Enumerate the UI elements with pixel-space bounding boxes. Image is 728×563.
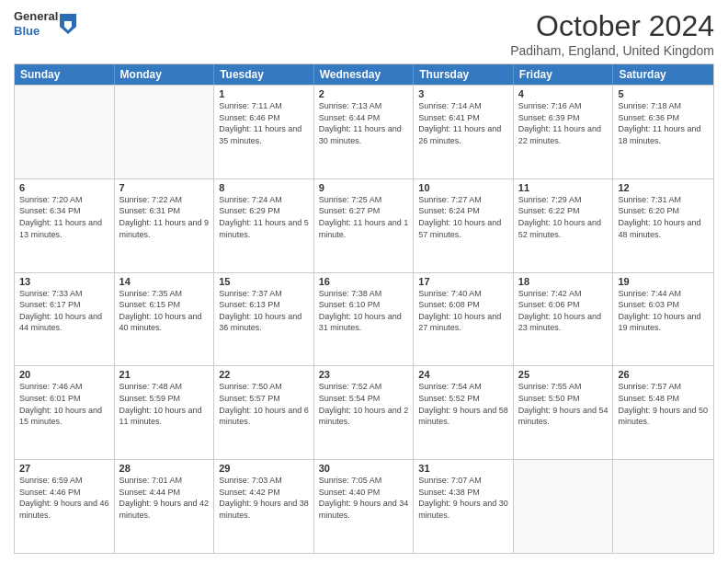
day-cell-23: 23Sunrise: 7:52 AMSunset: 5:54 PMDayligh… (314, 366, 415, 459)
day-cell-11: 11Sunrise: 7:29 AMSunset: 6:22 PMDayligh… (514, 179, 614, 272)
day-number: 29 (219, 463, 309, 474)
day-number: 31 (418, 463, 508, 474)
day-info: Sunrise: 7:55 AMSunset: 5:50 PMDaylight:… (518, 381, 609, 427)
day-number: 6 (19, 182, 109, 193)
day-number: 2 (319, 88, 409, 99)
week-row-1: 1Sunrise: 7:11 AMSunset: 6:46 PMDaylight… (15, 85, 713, 178)
day-info: Sunrise: 7:35 AMSunset: 6:15 PMDaylight:… (119, 288, 210, 334)
logo: General Blue (14, 9, 76, 38)
day-info: Sunrise: 7:54 AMSunset: 5:52 PMDaylight:… (418, 381, 508, 427)
day-number: 15 (219, 276, 309, 287)
day-info: Sunrise: 7:38 AMSunset: 6:10 PMDaylight:… (319, 288, 409, 334)
day-info: Sunrise: 7:44 AMSunset: 6:03 PMDaylight:… (618, 288, 709, 334)
day-number: 3 (418, 88, 508, 99)
day-info: Sunrise: 7:14 AMSunset: 6:41 PMDaylight:… (418, 100, 508, 146)
day-number: 1 (219, 88, 309, 99)
day-cell-16: 16Sunrise: 7:38 AMSunset: 6:10 PMDayligh… (314, 273, 415, 366)
day-info: Sunrise: 7:46 AMSunset: 6:01 PMDaylight:… (19, 381, 109, 427)
header: General Blue October 2024 Padiham, Engla… (14, 9, 714, 58)
day-number: 22 (219, 369, 309, 380)
day-header-wednesday: Wednesday (314, 64, 415, 85)
day-info: Sunrise: 7:40 AMSunset: 6:08 PMDaylight:… (418, 288, 508, 334)
day-number: 8 (219, 182, 309, 193)
day-number: 17 (418, 276, 508, 287)
day-cell-21: 21Sunrise: 7:48 AMSunset: 5:59 PMDayligh… (115, 366, 215, 459)
day-number: 21 (119, 369, 210, 380)
day-cell-30: 30Sunrise: 7:05 AMSunset: 4:40 PMDayligh… (314, 460, 415, 553)
week-row-2: 6Sunrise: 7:20 AMSunset: 6:34 PMDaylight… (15, 178, 713, 272)
day-number: 18 (518, 276, 609, 287)
day-header-sunday: Sunday (15, 64, 115, 85)
day-info: Sunrise: 6:59 AMSunset: 4:46 PMDaylight:… (19, 475, 109, 521)
day-info: Sunrise: 7:01 AMSunset: 4:44 PMDaylight:… (119, 475, 210, 521)
day-number: 20 (19, 369, 109, 380)
day-info: Sunrise: 7:22 AMSunset: 6:31 PMDaylight:… (119, 194, 210, 240)
day-cell-28: 28Sunrise: 7:01 AMSunset: 4:44 PMDayligh… (115, 460, 215, 553)
day-number: 13 (19, 276, 109, 287)
day-info: Sunrise: 7:33 AMSunset: 6:17 PMDaylight:… (19, 288, 109, 334)
day-number: 16 (319, 276, 409, 287)
day-cell-5: 5Sunrise: 7:18 AMSunset: 6:36 PMDaylight… (613, 86, 713, 178)
day-cell-19: 19Sunrise: 7:44 AMSunset: 6:03 PMDayligh… (613, 273, 713, 366)
day-cell-29: 29Sunrise: 7:03 AMSunset: 4:42 PMDayligh… (214, 460, 314, 553)
day-cell-24: 24Sunrise: 7:54 AMSunset: 5:52 PMDayligh… (414, 366, 514, 459)
day-number: 27 (19, 463, 109, 474)
day-number: 23 (319, 369, 409, 380)
logo-icon (60, 14, 76, 34)
day-number: 11 (518, 182, 609, 193)
day-number: 28 (119, 463, 210, 474)
day-info: Sunrise: 7:50 AMSunset: 5:57 PMDaylight:… (219, 381, 309, 427)
day-info: Sunrise: 7:11 AMSunset: 6:46 PMDaylight:… (219, 100, 309, 146)
day-cell-22: 22Sunrise: 7:50 AMSunset: 5:57 PMDayligh… (214, 366, 314, 459)
title-area: October 2024 Padiham, England, United Ki… (510, 9, 714, 58)
day-cell-20: 20Sunrise: 7:46 AMSunset: 6:01 PMDayligh… (15, 366, 115, 459)
day-number: 14 (119, 276, 210, 287)
day-cell-2: 2Sunrise: 7:13 AMSunset: 6:44 PMDaylight… (314, 86, 415, 178)
day-cell-empty-4-5 (514, 460, 614, 553)
week-row-4: 20Sunrise: 7:46 AMSunset: 6:01 PMDayligh… (15, 365, 713, 459)
day-cell-15: 15Sunrise: 7:37 AMSunset: 6:13 PMDayligh… (214, 273, 314, 366)
day-info: Sunrise: 7:31 AMSunset: 6:20 PMDaylight:… (618, 194, 709, 240)
day-headers: SundayMondayTuesdayWednesdayThursdayFrid… (15, 64, 713, 85)
week-row-5: 27Sunrise: 6:59 AMSunset: 4:46 PMDayligh… (15, 459, 713, 553)
day-info: Sunrise: 7:03 AMSunset: 4:42 PMDaylight:… (219, 475, 309, 521)
day-info: Sunrise: 7:07 AMSunset: 4:38 PMDaylight:… (418, 475, 508, 521)
day-cell-17: 17Sunrise: 7:40 AMSunset: 6:08 PMDayligh… (414, 273, 514, 366)
day-number: 4 (518, 88, 609, 99)
day-number: 7 (119, 182, 210, 193)
location: Padiham, England, United Kingdom (510, 43, 714, 58)
day-info: Sunrise: 7:05 AMSunset: 4:40 PMDaylight:… (319, 475, 409, 521)
day-cell-6: 6Sunrise: 7:20 AMSunset: 6:34 PMDaylight… (15, 179, 115, 272)
day-number: 9 (319, 182, 409, 193)
day-cell-9: 9Sunrise: 7:25 AMSunset: 6:27 PMDaylight… (314, 179, 415, 272)
week-row-3: 13Sunrise: 7:33 AMSunset: 6:17 PMDayligh… (15, 272, 713, 366)
day-number: 25 (518, 369, 609, 380)
day-cell-3: 3Sunrise: 7:14 AMSunset: 6:41 PMDaylight… (414, 86, 514, 178)
logo-text: General Blue (14, 9, 58, 38)
day-cell-8: 8Sunrise: 7:24 AMSunset: 6:29 PMDaylight… (214, 179, 314, 272)
day-info: Sunrise: 7:29 AMSunset: 6:22 PMDaylight:… (518, 194, 609, 240)
day-info: Sunrise: 7:48 AMSunset: 5:59 PMDaylight:… (119, 381, 210, 427)
day-cell-empty-0-0 (15, 86, 115, 178)
day-cell-27: 27Sunrise: 6:59 AMSunset: 4:46 PMDayligh… (15, 460, 115, 553)
page: General Blue October 2024 Padiham, Engla… (0, 0, 728, 563)
calendar-body: 1Sunrise: 7:11 AMSunset: 6:46 PMDaylight… (15, 85, 713, 553)
day-number: 19 (618, 276, 709, 287)
day-header-thursday: Thursday (414, 64, 514, 85)
logo-general: General (14, 9, 58, 24)
day-number: 26 (618, 369, 709, 380)
day-info: Sunrise: 7:42 AMSunset: 6:06 PMDaylight:… (518, 288, 609, 334)
day-info: Sunrise: 7:52 AMSunset: 5:54 PMDaylight:… (319, 381, 409, 427)
day-cell-18: 18Sunrise: 7:42 AMSunset: 6:06 PMDayligh… (514, 273, 614, 366)
day-header-tuesday: Tuesday (214, 64, 314, 85)
day-header-saturday: Saturday (613, 64, 713, 85)
day-info: Sunrise: 7:24 AMSunset: 6:29 PMDaylight:… (219, 194, 309, 240)
day-cell-empty-0-1 (115, 86, 215, 178)
day-info: Sunrise: 7:18 AMSunset: 6:36 PMDaylight:… (618, 100, 709, 146)
day-cell-25: 25Sunrise: 7:55 AMSunset: 5:50 PMDayligh… (514, 366, 614, 459)
day-info: Sunrise: 7:20 AMSunset: 6:34 PMDaylight:… (19, 194, 109, 240)
day-cell-12: 12Sunrise: 7:31 AMSunset: 6:20 PMDayligh… (613, 179, 713, 272)
day-info: Sunrise: 7:27 AMSunset: 6:24 PMDaylight:… (418, 194, 508, 240)
day-header-monday: Monday (115, 64, 215, 85)
day-cell-13: 13Sunrise: 7:33 AMSunset: 6:17 PMDayligh… (15, 273, 115, 366)
